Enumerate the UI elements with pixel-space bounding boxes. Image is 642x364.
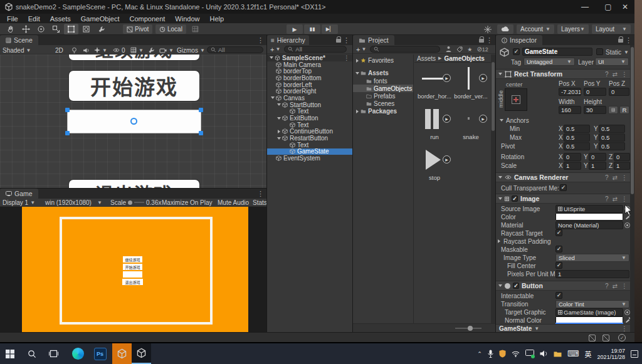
maskable-checkbox[interactable]: ✓ [555, 246, 562, 252]
scene-start-button[interactable]: 开始游戏 [69, 71, 199, 101]
tree-row-exitbutton[interactable]: ExitButton [267, 115, 352, 122]
hierarchy-add-button[interactable]: + [270, 46, 274, 53]
project-row-favorites[interactable]: Favorites [353, 56, 413, 65]
hierarchy-search-input[interactable]: All [284, 46, 347, 53]
scene-viewport[interactable]: 继续游戏 开始游戏 退出游戏 [0, 55, 266, 188]
custom-tool-icon[interactable] [94, 24, 108, 34]
grid-snap-icon[interactable] [188, 24, 203, 34]
step-button[interactable]: ▶▏ [322, 24, 338, 34]
scene-search-input[interactable]: All [207, 46, 263, 53]
gameobject-active-checkbox[interactable]: ✓ [513, 48, 520, 55]
project-row-gameobjects[interactable]: GameObjects [353, 85, 413, 92]
target-graphic-picker-icon[interactable] [624, 309, 630, 315]
tree-row-samplescene[interactable]: SampleScene*⋮ [267, 55, 352, 61]
mute-audio-toggle[interactable]: Mute Audio [218, 199, 249, 206]
source-image-field[interactable]: UISprite [555, 205, 623, 213]
menu-gameobject[interactable]: GameObject [76, 15, 124, 23]
static-caret[interactable]: ▼ [624, 49, 629, 55]
tab-inspector[interactable]: iInspector [496, 35, 542, 45]
tree-row-borderbottom[interactable]: borderBottom [267, 75, 352, 81]
hidden-count-icon[interactable]: ⊘12 [476, 46, 488, 53]
project-row-fonts[interactable]: fonts [353, 77, 413, 85]
game-viewport[interactable]: 继续游戏 开始游戏 退出游戏 [0, 207, 266, 333]
project-add-button[interactable]: + [356, 46, 360, 53]
photoshop-icon[interactable]: Ps [90, 343, 110, 364]
game-menu-icon[interactable]: ⋮ [257, 190, 264, 198]
taskbar-search-icon[interactable] [22, 343, 41, 364]
max-x-field[interactable]: 0.5 [564, 133, 590, 142]
static-label[interactable]: Static [606, 49, 621, 56]
fill-center-checkbox[interactable]: ✓ [555, 262, 562, 269]
rotation-y-field[interactable]: 0 [589, 153, 606, 161]
activity-check-icon[interactable]: ✓ [618, 334, 626, 341]
asset-stop[interactable]: ▶ stop [417, 147, 452, 181]
pivot-handle[interactable] [130, 118, 137, 125]
rect-handle-top-left[interactable] [65, 108, 70, 112]
taskbar-clock[interactable]: 19:07 2021/11/28 [597, 348, 625, 360]
scene-menu-icon[interactable]: ⋮ [257, 36, 264, 44]
breadcrumb-gameobjects[interactable]: GameObjects [444, 55, 484, 62]
tree-row-bordertop[interactable]: borderTop [267, 68, 352, 75]
scale-tool-icon[interactable] [49, 24, 63, 34]
transform-tool-icon[interactable] [79, 24, 93, 34]
baking-disabled-icon[interactable] [603, 335, 609, 341]
max-y-field[interactable]: 0.5 [599, 133, 625, 142]
static-checkbox[interactable] [596, 48, 603, 55]
height-field[interactable]: 30 [584, 106, 606, 114]
menu-help[interactable]: Help [205, 15, 228, 23]
play-button[interactable]: ▶ [287, 24, 303, 34]
netease-folder-icon[interactable] [554, 351, 562, 357]
scene-lighting-icon[interactable] [71, 46, 77, 54]
favorites-filter-icon[interactable]: ★ [467, 46, 472, 53]
interactable-checkbox[interactable]: ✓ [555, 292, 562, 299]
target-graphic-field[interactable]: GameState (Image) [555, 308, 623, 316]
material-picker-icon[interactable] [624, 222, 630, 228]
button-header[interactable]: ✓Button?⇄⋮ [496, 281, 631, 291]
gizmos-dropdown[interactable]: Gizmos▼ [177, 46, 205, 54]
expand-badge-icon[interactable]: ▶ [443, 115, 451, 123]
unity-hub-icon[interactable] [112, 343, 132, 364]
action-center-icon[interactable] [631, 350, 638, 358]
rect-handle-bottom-left[interactable] [65, 131, 70, 135]
raycast-padding-foldout[interactable]: Raycast Padding [503, 238, 551, 245]
2d-toggle[interactable]: 2D [55, 46, 63, 54]
scene-effects-dropdown[interactable]: ▼ [94, 46, 107, 54]
scene-camera-dropdown[interactable]: ▼ [159, 46, 174, 54]
cull-transparent-checkbox[interactable]: ✓ [560, 184, 567, 191]
rect-handle-top-right[interactable] [199, 108, 203, 112]
menu-component[interactable]: Component [125, 15, 169, 23]
component-menu-icon[interactable]: ⋮ [621, 71, 628, 78]
anchor-preset-button[interactable] [505, 88, 527, 111]
open-asset-icon[interactable] [445, 46, 452, 53]
layers-dropdown[interactable]: Layers▼ [557, 24, 589, 34]
maximize-button[interactable]: ▢ [599, 0, 618, 14]
project-row-packages[interactable]: Packages [353, 107, 413, 115]
game-blank-button[interactable] [123, 271, 142, 278]
unity-editor-icon[interactable] [132, 343, 151, 364]
game-continue-button[interactable]: 继续游戏 [123, 256, 142, 263]
pos-z-field[interactable]: 0 [609, 88, 629, 96]
inspector-scrollbar[interactable] [630, 45, 634, 332]
hand-tool-icon[interactable] [4, 24, 18, 34]
breadcrumb-assets[interactable]: Assets [417, 55, 436, 62]
asset-border-ver[interactable]: ▶ border_ver... [453, 66, 488, 100]
menu-file[interactable]: File [3, 15, 23, 23]
volume-icon[interactable] [540, 350, 548, 357]
canvas-renderer-header[interactable]: Canvas Renderer?⇄⋮ [496, 172, 631, 182]
raycast-target-checkbox[interactable]: ✓ [555, 229, 562, 236]
scene-grid-dropdown[interactable]: ▼ [130, 46, 144, 54]
scale-x-field[interactable]: 1 [564, 162, 581, 170]
title-bar[interactable]: snakeDemo2 - SampleScene - PC, Mac & Lin… [0, 0, 634, 14]
tree-row-continuebutton[interactable]: ContinueButton [267, 128, 352, 135]
asset-run[interactable]: ▶ run [417, 107, 452, 140]
menu-window[interactable]: Window [171, 15, 204, 23]
cloud-collab-icon[interactable] [497, 24, 513, 34]
scene-exit-button[interactable]: 退出游戏 [69, 180, 199, 188]
pivot-y-field[interactable]: 0.5 [599, 142, 625, 150]
wifi-icon[interactable] [512, 351, 520, 357]
color-swatch[interactable] [555, 213, 623, 221]
start-button[interactable] [0, 343, 19, 364]
rect-handle-bottom-right[interactable] [199, 131, 203, 135]
width-field[interactable]: 160 [559, 106, 581, 114]
tree-row-borderleft[interactable]: borderLeft [267, 81, 352, 88]
